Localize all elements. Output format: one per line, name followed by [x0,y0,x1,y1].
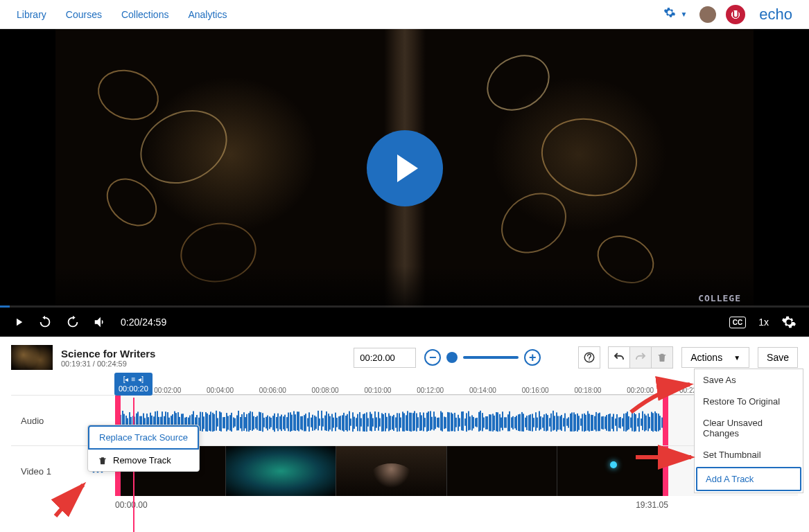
play-button[interactable] [367,130,443,206]
playhead-time: 00:00:20 [119,384,148,393]
institution-crest[interactable] [726,5,745,24]
zoom-control: − + [424,349,541,366]
actions-dropdown[interactable]: Actions▼ [681,347,749,368]
forward-icon[interactable] [65,314,80,330]
video-clip[interactable] [447,446,558,496]
track-context-menu: Replace Track Source Remove Track [87,425,200,472]
video-player: COLLEGE 0:20/24:59 CC 1x [0,29,809,337]
user-avatar[interactable] [699,6,716,23]
video-frame[interactable]: COLLEGE [55,29,754,308]
zoom-out-button[interactable]: − [424,349,441,366]
timeline-start: 00:00.00 [115,500,148,510]
actions-menu: Save As Restore To Original Clear Unsave… [694,369,803,493]
audio-track-label: Audio [21,416,44,426]
zoom-slider-thumb[interactable] [446,352,458,363]
play-icon[interactable] [12,316,25,328]
editor-toolbar: Science for Writers 00:19:31 / 00:24:59 … [0,337,809,378]
timeline-footer: 00:00.00 19:31.05 [115,496,798,510]
speed-button[interactable]: 1x [758,317,769,328]
trash-icon [98,456,107,466]
media-title: Science for Writers [61,348,155,360]
player-settings-icon[interactable] [781,314,797,330]
video-thumbnail [11,345,53,370]
playhead[interactable]: [◂≡◂] 00:00:20 [114,373,153,396]
time-display: 0:20/24:59 [121,317,166,328]
video-track-label: Video 1 [21,466,51,477]
video-watermark: COLLEGE [698,293,741,303]
nav-analytics[interactable]: Analytics [188,9,227,20]
annotation-arrow [52,481,94,522]
menu-remove-track[interactable]: Remove Track [88,450,199,471]
settings-caret-icon[interactable]: ▼ [680,10,687,18]
bracket-left-icon: [◂ [123,375,129,383]
help-button[interactable] [578,346,600,369]
caret-down-icon: ▼ [733,354,740,362]
zoom-in-button[interactable]: + [524,349,541,366]
menu-save-as[interactable]: Save As [695,369,803,391]
brand-logo: echo [759,6,792,24]
save-button[interactable]: Save [758,347,798,368]
annotation-arrow [634,449,697,468]
menu-replace-source[interactable]: Replace Track Source [88,425,199,450]
svg-point-1 [589,360,591,361]
nav-courses[interactable]: Courses [66,9,102,20]
menu-clear[interactable]: Clear Unsaved Changes [695,412,803,444]
video-clip[interactable] [336,446,447,496]
media-duration: 00:19:31 / 00:24:59 [61,360,155,368]
menu-restore[interactable]: Restore To Original [695,391,803,412]
delete-button [651,346,673,369]
gear-icon[interactable] [663,6,676,22]
video-clip[interactable] [226,446,337,496]
top-nav: Library Courses Collections Analytics ▼ … [0,0,809,29]
menu-icon: ≡ [131,375,135,383]
nav-library[interactable]: Library [17,9,46,20]
redo-button [629,346,652,369]
player-controls: 0:20/24:59 CC 1x [0,308,809,337]
menu-thumbnail[interactable]: Set Thumbnail [695,444,803,466]
bracket-right-icon: ◂] [138,375,143,383]
cc-button[interactable]: CC [729,317,746,328]
annotation-arrow [627,381,697,418]
undo-button[interactable] [608,346,630,369]
zoom-slider-track[interactable] [463,356,519,359]
volume-icon[interactable] [93,314,108,330]
nav-collections[interactable]: Collections [121,9,168,20]
menu-add-track[interactable]: Add A Track [696,467,801,491]
timecode-input[interactable] [354,348,416,368]
rewind-icon[interactable] [37,314,53,330]
timeline-end: 19:31.05 [636,500,668,510]
